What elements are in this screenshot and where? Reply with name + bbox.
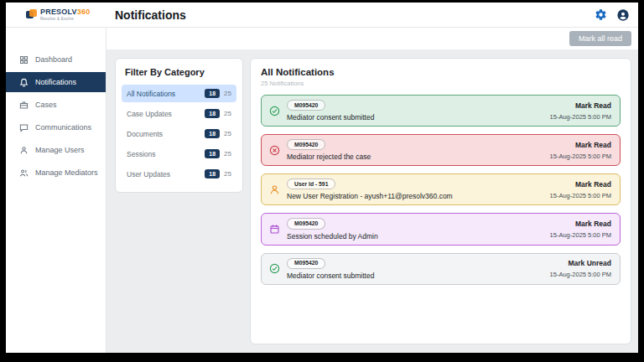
- content-area: Filter By Category All Notifications 18 …: [106, 49, 638, 353]
- notification-content: User Id - 591 New User Registration - ay…: [287, 178, 543, 200]
- notification-message: Session scheduled by Admin: [287, 232, 378, 240]
- app-body: Dashboard Notifications Cases Communicat…: [6, 28, 638, 353]
- sidebar-item-label: Communications: [35, 123, 91, 132]
- sidebar-item-label: Manage Mediators: [35, 168, 98, 177]
- notifications-card-title: All Notifications: [261, 67, 621, 77]
- sidebar-item-dashboard[interactable]: Dashboard: [6, 49, 106, 70]
- notification-timestamp: 15-Aug-2025 5:00 PM: [550, 113, 611, 121]
- sidebar-item-notifications[interactable]: Notifications: [6, 72, 106, 92]
- user-icon: [269, 184, 280, 195]
- total-count: 25: [224, 150, 231, 158]
- sidebar-item-manage-users[interactable]: Manage Users: [6, 140, 106, 160]
- brand-logo[interactable]: PRESOLV360 Resolve & Evolve: [6, 8, 106, 21]
- check-circle-icon: [269, 106, 280, 116]
- calendar-icon: [269, 224, 280, 235]
- total-count: 25: [224, 130, 231, 137]
- mark-read-button[interactable]: Mark Read: [575, 220, 611, 228]
- unread-count-badge: 18: [205, 89, 220, 98]
- settings-gear-icon[interactable]: [595, 8, 607, 21]
- actions-bar: Mark all read: [106, 28, 638, 49]
- notification-id-badge: M095420: [287, 139, 325, 150]
- filter-badges: 18 25: [205, 89, 231, 98]
- notification-timestamp: 15-Aug-2025 5:00 PM: [550, 153, 611, 160]
- notifications-count-subtitle: 25 Notifications: [261, 80, 621, 87]
- notification-meta: Mark Read 15-Aug-2025 5:00 PM: [550, 101, 611, 121]
- brand-tagline: Resolve & Evolve: [40, 18, 90, 22]
- notification-meta: Mark Read 15-Aug-2025 5:00 PM: [550, 180, 611, 199]
- total-count: 25: [224, 170, 231, 178]
- notification-message: Mediator rejected the case: [287, 153, 371, 161]
- mark-all-read-button[interactable]: Mark all read: [569, 31, 631, 46]
- sidebar-item-label: Dashboard: [35, 55, 72, 64]
- mark-read-button[interactable]: Mark Read: [575, 141, 611, 149]
- notification-id-badge: M095420: [287, 100, 325, 111]
- notification-id-badge: User Id - 591: [287, 178, 335, 189]
- users-icon: [18, 168, 29, 178]
- filter-by-category-card: Filter By Category All Notifications 18 …: [115, 58, 243, 193]
- notification-id-badge: M095420: [287, 258, 325, 269]
- filter-badges: 18 25: [205, 149, 231, 158]
- logo-text: PRESOLV360 Resolve & Evolve: [40, 8, 90, 21]
- notification-timestamp: 15-Aug-2025 5:00 PM: [550, 192, 611, 199]
- sidebar-item-communications[interactable]: Communications: [6, 117, 106, 137]
- unread-count-badge: 18: [205, 129, 220, 138]
- logo-icon: [26, 9, 37, 20]
- bell-icon: [18, 77, 29, 87]
- filter-card-title: Filter By Category: [116, 67, 242, 85]
- total-count: 25: [224, 110, 231, 117]
- user-icon: [18, 145, 29, 155]
- sidebar-item-label: Notifications: [35, 78, 76, 86]
- sidebar-item-manage-mediators[interactable]: Manage Mediators: [6, 163, 106, 183]
- sidebar: Dashboard Notifications Cases Communicat…: [6, 28, 106, 353]
- notification-message: Mediator consent submitted: [287, 272, 374, 280]
- notification-meta: Mark Read 15-Aug-2025 5:00 PM: [550, 220, 611, 239]
- unread-count-badge: 18: [205, 149, 220, 158]
- sidebar-item-label: Manage Users: [35, 146, 85, 154]
- sidebar-item-cases[interactable]: Cases: [6, 95, 106, 115]
- brand-name: PRESOLV360: [40, 8, 90, 16]
- briefcase-icon: [18, 100, 29, 110]
- notification-content: M095420 Mediator rejected the case: [287, 139, 543, 161]
- notification-message: Mediator consent submitted: [287, 113, 374, 122]
- app-header: PRESOLV360 Resolve & Evolve Notification…: [6, 3, 638, 28]
- filter-badges: 18 25: [205, 109, 231, 118]
- notification-timestamp: 15-Aug-2025 5:00 PM: [550, 271, 611, 278]
- notification-item: User Id - 591 New User Registration - ay…: [261, 173, 621, 205]
- mark-read-button[interactable]: Mark Read: [575, 101, 611, 110]
- header-actions: [595, 8, 630, 22]
- notification-message: New User Registration - ayush+11@presolv…: [287, 192, 453, 200]
- notification-item: M095420 Mediator rejected the case Mark …: [261, 134, 621, 166]
- main-area: Mark all read Filter By Category All Not…: [106, 28, 638, 353]
- brand-name-primary: PRESOLV: [40, 8, 77, 16]
- unread-count-badge: 18: [205, 109, 220, 118]
- notification-content: M095420 Mediator consent submitted: [287, 100, 543, 122]
- notification-item: M095420 Mediator consent submitted Mark …: [261, 95, 621, 127]
- filter-item-all-notifications[interactable]: All Notifications 18 25: [122, 85, 236, 102]
- notification-item: M095420 Session scheduled by Admin Mark …: [261, 213, 621, 245]
- x-circle-icon: [269, 145, 280, 156]
- filter-badges: 18 25: [205, 169, 231, 178]
- notification-meta: Mark Unread 15-Aug-2025 5:00 PM: [550, 259, 611, 278]
- filter-item-documents[interactable]: Documents 18 25: [122, 125, 236, 142]
- notification-meta: Mark Read 15-Aug-2025 5:00 PM: [550, 141, 611, 160]
- dashboard-icon: [18, 54, 29, 65]
- filter-item-label: All Notifications: [127, 90, 175, 98]
- page-title: Notifications: [115, 8, 186, 22]
- filter-item-label: Sessions: [127, 150, 156, 158]
- mark-unread-button[interactable]: Mark Unread: [569, 259, 612, 267]
- total-count: 25: [224, 90, 231, 97]
- notification-content: M095420 Mediator consent submitted: [287, 258, 543, 280]
- filter-item-label: User Updates: [127, 170, 170, 178]
- profile-avatar-icon[interactable]: [616, 8, 630, 22]
- notification-id-badge: M095420: [287, 218, 325, 229]
- brand-name-accent: 360: [77, 8, 91, 16]
- notification-item: M095420 Mediator consent submitted Mark …: [261, 253, 621, 285]
- filter-item-case-updates[interactable]: Case Updates 18 25: [122, 105, 236, 122]
- filter-item-label: Documents: [127, 130, 163, 138]
- filter-badges: 18 25: [205, 129, 231, 138]
- filter-item-user-updates[interactable]: User Updates 18 25: [122, 165, 236, 183]
- filter-item-sessions[interactable]: Sessions 18 25: [122, 145, 236, 163]
- notification-timestamp: 15-Aug-2025 5:00 PM: [550, 231, 611, 239]
- mark-read-button[interactable]: Mark Read: [575, 180, 611, 189]
- app-window: PRESOLV360 Resolve & Evolve Notification…: [6, 3, 638, 353]
